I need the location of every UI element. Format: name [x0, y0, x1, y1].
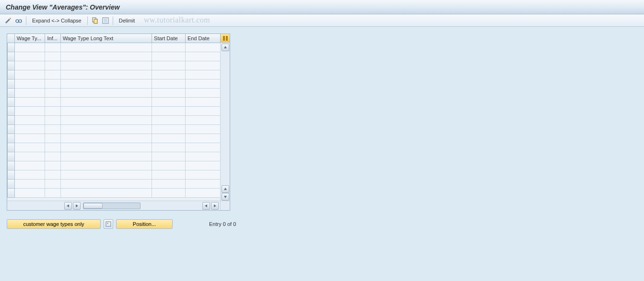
cell[interactable]	[185, 188, 221, 197]
cell[interactable]	[45, 88, 60, 97]
row-header[interactable]	[8, 143, 15, 152]
position-button[interactable]: Position...	[116, 219, 173, 229]
vertical-scrollbar[interactable]	[220, 43, 230, 201]
cell[interactable]	[45, 43, 60, 52]
table-row[interactable]	[8, 79, 221, 88]
cell[interactable]	[14, 161, 45, 170]
cell[interactable]	[185, 134, 221, 143]
table-row[interactable]	[8, 188, 221, 197]
row-header[interactable]	[8, 43, 15, 52]
row-header[interactable]	[8, 170, 15, 179]
cell[interactable]	[45, 124, 60, 134]
cell[interactable]	[60, 61, 152, 70]
row-header[interactable]	[8, 124, 15, 134]
row-header[interactable]	[8, 88, 15, 97]
cell[interactable]	[60, 52, 152, 61]
cell[interactable]	[14, 97, 45, 106]
cell[interactable]	[152, 188, 186, 197]
cell[interactable]	[60, 161, 152, 170]
hscroll-thumb[interactable]	[83, 203, 103, 209]
position-icon[interactable]	[104, 219, 113, 229]
row-header[interactable]	[8, 52, 15, 61]
cell[interactable]	[60, 143, 152, 152]
cell[interactable]	[152, 70, 186, 79]
table-row[interactable]	[8, 88, 221, 97]
scroll-left-end-button[interactable]	[202, 202, 210, 210]
row-header[interactable]	[8, 97, 15, 106]
cell[interactable]	[60, 134, 152, 143]
cell[interactable]	[152, 161, 186, 170]
cell[interactable]	[14, 79, 45, 88]
cell[interactable]	[45, 61, 60, 70]
cell[interactable]	[185, 61, 221, 70]
table-row[interactable]	[8, 170, 221, 179]
cell[interactable]	[185, 97, 221, 106]
cell[interactable]	[45, 161, 60, 170]
cell[interactable]	[152, 152, 186, 161]
table-row[interactable]	[8, 61, 221, 70]
cell[interactable]	[14, 170, 45, 179]
cell[interactable]	[152, 61, 186, 70]
table-row[interactable]	[8, 43, 221, 52]
cell[interactable]	[14, 152, 45, 161]
cell[interactable]	[14, 179, 45, 188]
cell[interactable]	[152, 115, 186, 124]
cell[interactable]	[60, 152, 152, 161]
hscroll-track[interactable]	[83, 202, 141, 209]
table-row[interactable]	[8, 52, 221, 61]
cell[interactable]	[185, 124, 221, 134]
cell[interactable]	[45, 188, 60, 197]
col-start-date[interactable]: Start Date	[152, 34, 186, 43]
table-row[interactable]	[8, 97, 221, 106]
cell[interactable]	[45, 152, 60, 161]
cell[interactable]	[60, 124, 152, 134]
cell[interactable]	[45, 143, 60, 152]
cell[interactable]	[185, 115, 221, 124]
customer-wage-types-button[interactable]: customer wage types only	[7, 219, 101, 229]
scroll-pageup-button[interactable]	[222, 185, 229, 193]
col-end-date[interactable]: End Date	[185, 34, 221, 43]
cell[interactable]	[60, 97, 152, 106]
table-row[interactable]	[8, 161, 221, 170]
cell[interactable]	[152, 52, 186, 61]
cell[interactable]	[45, 179, 60, 188]
cell[interactable]	[60, 70, 152, 79]
horizontal-scrollbar[interactable]	[7, 201, 220, 210]
scroll-down-button[interactable]	[222, 193, 229, 201]
row-header[interactable]	[8, 161, 15, 170]
cell[interactable]	[60, 79, 152, 88]
cell[interactable]	[14, 106, 45, 115]
select-all-icon[interactable]	[101, 16, 110, 25]
cell[interactable]	[152, 79, 186, 88]
cell[interactable]	[152, 170, 186, 179]
cell[interactable]	[45, 70, 60, 79]
cell[interactable]	[60, 179, 152, 188]
cell[interactable]	[14, 88, 45, 97]
cell[interactable]	[152, 43, 186, 52]
table-row[interactable]	[8, 143, 221, 152]
row-header[interactable]	[8, 115, 15, 124]
cell[interactable]	[45, 52, 60, 61]
cell[interactable]	[60, 170, 152, 179]
scroll-left-button[interactable]	[64, 202, 72, 210]
table-row[interactable]	[8, 106, 221, 115]
data-grid[interactable]: Wage Ty... Inf... Wage Type Long Text St…	[7, 34, 221, 202]
cell[interactable]	[45, 97, 60, 106]
cell[interactable]	[45, 106, 60, 115]
cell[interactable]	[45, 115, 60, 124]
scroll-up-button[interactable]	[222, 44, 229, 51]
cell[interactable]	[185, 152, 221, 161]
cell[interactable]	[152, 134, 186, 143]
cell[interactable]	[60, 188, 152, 197]
cell[interactable]	[60, 43, 152, 52]
cell[interactable]	[152, 97, 186, 106]
table-row[interactable]	[8, 70, 221, 79]
row-header[interactable]	[8, 106, 15, 115]
scroll-right-end-button[interactable]	[211, 202, 219, 210]
cell[interactable]	[45, 170, 60, 179]
table-row[interactable]	[8, 115, 221, 124]
cell[interactable]	[14, 143, 45, 152]
row-header[interactable]	[8, 134, 15, 143]
cell[interactable]	[185, 179, 221, 188]
cell[interactable]	[14, 52, 45, 61]
